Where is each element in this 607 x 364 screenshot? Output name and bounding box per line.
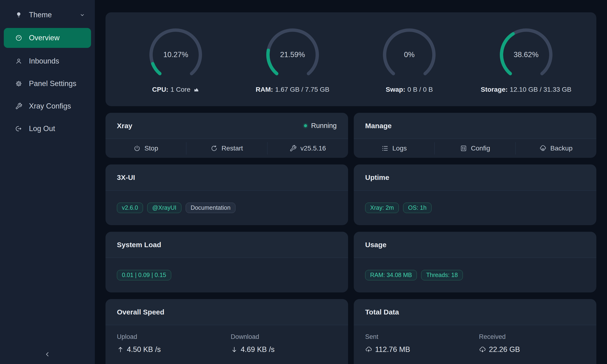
stat-label: Sent (365, 333, 479, 340)
system-load-card: System Load 0.01 | 0.09 | 0.15 (106, 232, 348, 292)
usage-tags: RAM: 34.08 MB Threads: 18 (354, 258, 596, 292)
gauge-ring-storage: 38.62% (497, 25, 556, 84)
stat-value: 4.50 KB /s (117, 345, 231, 354)
upload-stat: Upload 4.50 KB /s (117, 333, 231, 354)
xray-status-badge: Running (304, 122, 337, 130)
cloud-server-icon (540, 145, 547, 152)
os-uptime-tag: OS: 1h (403, 203, 432, 213)
uptime-tags: Xray: 2m OS: 1h (354, 191, 596, 225)
gauge-label-ram: RAM:1.67 GB / 7.75 GB (256, 86, 329, 93)
wrench-icon (290, 145, 297, 152)
sidebar-item-label: Panel Settings (29, 79, 85, 88)
stop-button[interactable]: Stop (106, 139, 186, 157)
card-title: Usage (365, 241, 386, 249)
total-data-card-header: Total Data (354, 299, 596, 325)
ram-usage-tag: RAM: 34.08 MB (365, 270, 417, 280)
system-load-card-header: System Load (106, 232, 348, 258)
dashboard-icon (15, 34, 22, 41)
user-icon (15, 58, 22, 65)
chevron-left-icon (44, 351, 51, 358)
sliders-icon (460, 145, 467, 152)
sidebar-item-overview[interactable]: Overview (4, 28, 91, 48)
version-tag[interactable]: v2.6.0 (117, 203, 143, 213)
sidebar-collapse-button[interactable] (0, 351, 95, 358)
chevron-down-icon[interactable] (79, 12, 85, 18)
config-button[interactable]: Config (435, 139, 515, 157)
received-stat: Received 22.26 GB (479, 333, 585, 354)
list-icon (382, 145, 389, 152)
threads-tag: Threads: 18 (421, 270, 462, 280)
usage-card: Usage RAM: 34.08 MB Threads: 18 (354, 232, 596, 292)
xrayui-link-tag[interactable]: @XrayUI (147, 203, 181, 213)
sidebar-item-label: Xray Configs (29, 102, 85, 110)
power-icon (133, 145, 141, 152)
overall-speed-card: Overall Speed Upload 4.50 KB /s Download (106, 299, 348, 364)
gauge-ring-swap: 0% (380, 25, 439, 84)
cloud-download-icon (479, 346, 486, 353)
uptime-card-header: Uptime (354, 165, 596, 191)
total-data-card: Total Data Sent 112.76 MB Received (354, 299, 596, 364)
manage-card-header: Manage (354, 113, 596, 139)
xray-uptime-tag: Xray: 2m (365, 203, 399, 213)
theme-menu[interactable]: Theme (0, 5, 95, 25)
usage-card-header: Usage (354, 232, 596, 258)
stat-value: 22.26 GB (479, 345, 585, 354)
gauge-label-swap: Swap:0 B / 0 B (386, 86, 433, 93)
stat-label: Received (479, 333, 585, 340)
arrow-up-icon (117, 346, 124, 353)
sent-stat: Sent 112.76 MB (365, 333, 479, 354)
card-title: Uptime (365, 173, 389, 182)
gauge-ram: 21.59% RAM:1.67 GB / 7.75 GB (234, 25, 351, 106)
stat-label: Download (231, 333, 337, 340)
load-average-tag: 0.01 | 0.09 | 0.15 (117, 270, 171, 280)
lightbulb-icon (15, 11, 22, 18)
speed-stats: Upload 4.50 KB /s Download 4.69 K (106, 325, 348, 354)
xui-tags: v2.6.0 @XrayUI Documentation (106, 191, 348, 225)
status-label: Running (311, 122, 337, 130)
cloud-upload-icon (365, 346, 372, 353)
sidebar-item-logout[interactable]: Log Out (0, 117, 95, 140)
xui-card-header: 3X-UI (106, 165, 348, 191)
stat-label: Upload (117, 333, 231, 340)
sidebar-item-xray-configs[interactable]: Xray Configs (0, 95, 95, 117)
gauge-cpu: 10.27% CPU:1 Core (117, 25, 234, 106)
sidebar: Theme Overview Inbounds Panel Sett (0, 0, 95, 364)
xray-card: Xray Running Stop Res (106, 113, 348, 158)
sidebar-item-inbounds[interactable]: Inbounds (0, 50, 95, 72)
gear-icon (15, 80, 22, 87)
manage-actions: Logs Config (354, 139, 596, 157)
gauge-value: 0% (380, 25, 439, 84)
sidebar-item-label: Log Out (29, 124, 85, 133)
card-title: Manage (365, 122, 392, 130)
total-data-stats: Sent 112.76 MB Received (354, 325, 596, 354)
sidebar-item-panel-settings[interactable]: Panel Settings (0, 72, 95, 95)
status-dot (304, 124, 307, 127)
documentation-tag[interactable]: Documentation (186, 203, 236, 213)
logout-icon (15, 125, 22, 132)
theme-label: Theme (29, 11, 73, 19)
xray-version-button[interactable]: v25.5.16 (267, 139, 348, 157)
gauge-ring-cpu: 10.27% (146, 25, 205, 84)
overall-speed-card-header: Overall Speed (106, 299, 348, 325)
gauge-swap: 0% Swap:0 B / 0 B (351, 25, 468, 106)
gauge-value: 38.62% (497, 25, 556, 84)
uptime-card: Uptime Xray: 2m OS: 1h (354, 165, 596, 225)
xray-card-header: Xray Running (106, 113, 348, 139)
cpu-history-chart-icon[interactable] (193, 87, 199, 93)
wrench-icon (15, 103, 22, 110)
arrow-down-icon (231, 346, 238, 353)
main-content: 10.27% CPU:1 Core 21.59% RAM (95, 0, 607, 364)
system-load-tags: 0.01 | 0.09 | 0.15 (106, 258, 348, 292)
card-title: Xray (117, 122, 132, 130)
stat-value: 112.76 MB (365, 345, 479, 354)
gauge-label-storage: Storage:12.10 GB / 31.33 GB (481, 86, 571, 93)
gauge-ring-ram: 21.59% (263, 25, 322, 84)
card-title: Total Data (365, 308, 399, 316)
xui-card: 3X-UI v2.6.0 @XrayUI Documentation (106, 165, 348, 225)
backup-button[interactable]: Backup (516, 139, 596, 157)
restart-button[interactable]: Restart (186, 139, 267, 157)
logs-button[interactable]: Logs (354, 139, 434, 157)
gauge-storage: 38.62% Storage:12.10 GB / 31.33 GB (468, 25, 585, 106)
sidebar-nav: Inbounds Panel Settings Xray Configs Log… (0, 50, 95, 140)
card-title: 3X-UI (117, 173, 135, 182)
